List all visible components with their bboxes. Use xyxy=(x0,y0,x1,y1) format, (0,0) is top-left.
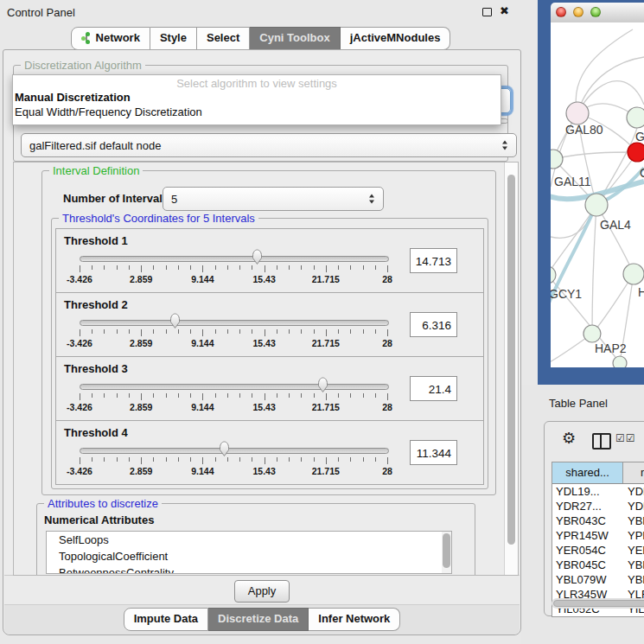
table-horizontal-scrollbar[interactable] xyxy=(552,598,644,609)
close-traffic-light[interactable] xyxy=(556,7,566,17)
slider-tick xyxy=(375,393,376,398)
table-cell[interactable]: YBR043C xyxy=(552,513,623,528)
apply-button[interactable]: Apply xyxy=(234,580,290,603)
table-cell[interactable]: YDL19... xyxy=(623,484,644,499)
threshold-value-field[interactable]: 6.316 xyxy=(410,312,457,337)
table-cell[interactable]: YDL19... xyxy=(552,484,623,499)
slider-thumb[interactable] xyxy=(169,313,182,329)
float-window-icon[interactable] xyxy=(482,8,492,16)
node-label-gal80[interactable]: GAL80 xyxy=(565,123,603,137)
table-row[interactable]: YDL19...YDL19... xyxy=(552,484,644,499)
slider-tick xyxy=(289,457,290,462)
slider-scale-label: 21.715 xyxy=(312,466,340,476)
threshold-slider[interactable]: -3.4262.8599.14415.4321.71528 xyxy=(80,421,387,484)
slider-tick xyxy=(387,393,388,400)
slider-scale-label: 21.715 xyxy=(312,338,340,348)
list-item[interactable]: BetweennessCentrality xyxy=(47,564,451,574)
checkbox-icons[interactable]: ☑☑ xyxy=(615,432,636,444)
table-cell[interactable]: YBR045C xyxy=(623,558,644,572)
slider-scale-label: 9.144 xyxy=(191,338,214,348)
slider-tick xyxy=(289,329,290,334)
node-label-partial-g[interactable]: G... xyxy=(635,130,644,143)
scrollbar-thumb[interactable] xyxy=(507,175,515,545)
slider-tick xyxy=(153,329,154,334)
gear-icon[interactable]: ⚙ xyxy=(562,429,576,448)
column-header-shared-name[interactable]: shared... xyxy=(552,462,623,483)
column-header-name[interactable]: n... xyxy=(623,462,644,483)
tab-network[interactable]: Network xyxy=(71,27,150,50)
tab-select[interactable]: Select xyxy=(197,27,250,50)
table-cell[interactable]: YBL079W xyxy=(623,572,644,587)
table-row[interactable]: YBR045CYBR045C xyxy=(552,558,644,572)
tab-cyni-toolbox[interactable]: Cyni Toolbox xyxy=(250,27,340,50)
dropdown-option-manual[interactable]: Manual Discretization xyxy=(13,90,501,105)
scrollbar-thumb[interactable] xyxy=(553,600,644,607)
slider-tick xyxy=(363,457,364,462)
node-label-gal11[interactable]: GAL11 xyxy=(554,175,591,188)
node-label-gal4[interactable]: GAL4 xyxy=(600,218,631,232)
list-item[interactable]: TopologicalCoefficient xyxy=(47,548,451,564)
table-cell[interactable]: YBR043C xyxy=(623,513,644,528)
tab-impute-data[interactable]: Impute Data xyxy=(124,608,208,631)
table-row[interactable]: YBL079WYBL079W xyxy=(552,572,644,587)
combo-value: 5 xyxy=(171,193,177,206)
slider-track[interactable] xyxy=(80,448,389,454)
threshold-value-field[interactable]: 11.344 xyxy=(410,440,457,465)
number-of-intervals-combobox[interactable]: 5 xyxy=(163,187,384,211)
table-cell[interactable]: YER054C xyxy=(623,543,644,558)
table-data-combobox[interactable]: galFiltered.sif default node xyxy=(21,133,517,157)
slider-thumb[interactable] xyxy=(316,377,329,393)
table-cell[interactable]: YDR27... xyxy=(623,499,644,513)
threshold-slider[interactable]: -3.4262.8599.14415.4321.71528 xyxy=(80,357,387,420)
slider-thumb[interactable] xyxy=(218,441,231,457)
node-label-partial-h[interactable]: H... xyxy=(638,285,644,299)
list-item[interactable]: SelfLoops xyxy=(47,532,451,548)
threshold-value-field[interactable]: 14.713 xyxy=(410,248,457,273)
network-canvas[interactable]: GAL80 G... GAL11 C... GAL4 GCY1 H... HAP… xyxy=(551,22,644,367)
threshold-slider[interactable]: -3.4262.8599.14415.4321.71528 xyxy=(80,293,387,356)
threshold-slider[interactable]: -3.4262.8599.14415.4321.71528 xyxy=(80,229,387,292)
tab-infer-network[interactable]: Infer Network xyxy=(309,608,400,631)
table-row[interactable]: YER054CYER054C xyxy=(552,543,644,558)
list-scrollbar[interactable] xyxy=(442,532,451,573)
node-label-partial-c[interactable]: C... xyxy=(640,166,644,180)
slider-tick xyxy=(215,265,216,270)
table-cell[interactable]: YPR145W xyxy=(552,528,623,543)
dropdown-option-equal-width[interactable]: Equal Width/Frequency Discretization xyxy=(13,105,501,119)
threshold-value-field[interactable]: 21.4 xyxy=(410,376,457,401)
slider-track[interactable] xyxy=(80,256,389,262)
table-cell[interactable]: YBR045C xyxy=(552,558,623,572)
tab-discretize-data[interactable]: Discretize Data xyxy=(208,608,309,631)
threshold-row-4: Threshold 4 -3.4262.8599.14415.4321.7152… xyxy=(55,420,484,485)
network-window-titlebar[interactable] xyxy=(551,3,644,23)
table-panel-body: ⚙ ☑☑ shared... n... YDL19...YDL19...YDR2… xyxy=(544,421,644,616)
node-table: shared... n... YDL19...YDL19...YDR27...Y… xyxy=(552,462,644,617)
slider-track[interactable] xyxy=(80,320,389,326)
minimize-traffic-light[interactable] xyxy=(573,7,583,17)
table-cell[interactable]: YER054C xyxy=(552,543,623,558)
node-label-gcy1[interactable]: GCY1 xyxy=(551,287,582,301)
slider-tick xyxy=(104,393,105,398)
settings-vertical-scrollbar[interactable] xyxy=(504,163,518,575)
tab-style[interactable]: Style xyxy=(150,27,197,50)
slider-scale-label: -3.426 xyxy=(67,338,92,348)
tab-jactivemnodules[interactable]: jActiveMNodules xyxy=(341,27,451,50)
slider-scale: -3.4262.8599.14415.4321.71528 xyxy=(80,329,387,354)
slider-track[interactable] xyxy=(80,384,389,390)
table-cell[interactable]: YBL079W xyxy=(552,572,623,587)
tab-label: jActiveMNodules xyxy=(350,31,441,45)
split-columns-icon[interactable] xyxy=(592,433,611,450)
numerical-attributes-list[interactable]: SelfLoops TopologicalCoefficient Between… xyxy=(46,531,452,574)
zoom-traffic-light[interactable] xyxy=(590,7,601,17)
table-row[interactable]: YPR145WYPR145W xyxy=(552,528,644,543)
slider-tick xyxy=(80,393,80,400)
table-row[interactable]: YBR043CYBR043C xyxy=(552,513,644,528)
table-row[interactable]: YDR27...YDR27... xyxy=(552,499,644,513)
close-icon[interactable]: ✖ xyxy=(500,4,509,17)
table-cell[interactable]: YPR145W xyxy=(623,528,644,543)
slider-tick xyxy=(129,457,130,462)
slider-thumb[interactable] xyxy=(251,249,264,265)
node-label-hap2[interactable]: HAP2 xyxy=(595,341,627,355)
table-cell[interactable]: YDR27... xyxy=(552,499,623,513)
slider-tick xyxy=(202,265,203,272)
